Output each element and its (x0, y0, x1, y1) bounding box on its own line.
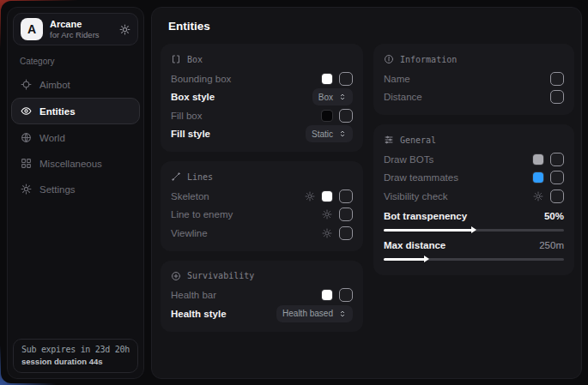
globe-icon (21, 132, 32, 143)
sidebar-item-label: World (39, 133, 65, 143)
sidebar-item-miscellaneous[interactable]: Miscellaneous (11, 151, 140, 176)
setting-label: Fill style (171, 129, 210, 139)
dropdown-value: Static (312, 129, 333, 139)
panel-header: Lines (171, 168, 353, 185)
left-column: Box Bounding box Box style Box (161, 44, 363, 332)
sidebar-item-entities[interactable]: Entities (11, 98, 140, 124)
setting-label: Health style (171, 309, 227, 319)
sidebar-item-label: Miscellaneous (39, 159, 102, 169)
setting-row-fill-style: Fill style Static (171, 125, 353, 144)
gear-icon[interactable] (119, 24, 130, 35)
panel-columns: Box Bounding box Box style Box (161, 44, 574, 332)
health-cross-icon (171, 271, 181, 281)
slider-thumb[interactable] (471, 226, 476, 233)
panel-box: Box Bounding box Box style Box (161, 44, 363, 152)
chevron-up-down-icon (338, 310, 347, 318)
panel-title: Survivability (187, 271, 254, 280)
brackets-icon (171, 54, 181, 64)
setting-row-viewline: Viewline (171, 224, 353, 243)
setting-row-visibility-check: Visibility check (384, 187, 564, 206)
slider-fill (384, 229, 474, 232)
color-swatch[interactable] (322, 111, 332, 121)
setting-label: Max distance (384, 240, 446, 250)
crosshair-icon (21, 79, 32, 90)
app-header-card: A Arcane for Arc Riders (13, 13, 138, 45)
checkbox[interactable] (550, 90, 564, 104)
checkbox[interactable] (550, 153, 564, 166)
checkbox[interactable] (339, 226, 353, 240)
setting-label: Distance (384, 92, 422, 102)
session-duration-text: session duration 44s (21, 357, 130, 366)
category-label: Category (20, 57, 131, 66)
slider-value: 50% (544, 211, 564, 221)
setting-row-skeleton: Skeleton (171, 187, 353, 206)
entities-eye-icon (21, 105, 32, 117)
setting-row-fill-box: Fill box (171, 106, 353, 125)
dropdown-value: Health based (282, 309, 333, 318)
dropdown-value: Box (318, 93, 333, 102)
sub-expiry-text: Sub expires in 23d 20h (21, 345, 130, 354)
setting-label: Fill box (171, 111, 202, 121)
fill-style-dropdown[interactable]: Static (306, 125, 353, 142)
checkbox[interactable] (339, 109, 353, 123)
gear-icon[interactable] (305, 191, 315, 202)
setting-row-line-to-enemy: Line to enemy (171, 206, 353, 225)
checkbox[interactable] (339, 208, 353, 221)
sidebar: A Arcane for Arc Riders Category Aimbot (7, 7, 144, 379)
checkbox[interactable] (339, 288, 353, 302)
panel-header: Box (171, 51, 353, 68)
color-swatch[interactable] (533, 172, 543, 183)
sidebar-item-world[interactable]: World (11, 125, 140, 150)
checkbox[interactable] (339, 72, 353, 86)
panel-lines: Lines Skeleton Line to enemy (161, 161, 363, 251)
checkbox[interactable] (550, 171, 564, 184)
slider-track[interactable] (384, 229, 564, 232)
gear-icon[interactable] (533, 191, 543, 202)
setting-label: Bot transpenency (384, 211, 467, 221)
setting-row-draw-bots: Draw BOTs (384, 150, 564, 169)
setting-row-health-style: Health style Health based (171, 304, 353, 323)
sidebar-item-label: Aimbot (39, 80, 70, 90)
line-icon (171, 171, 181, 182)
health-style-dropdown[interactable]: Health based (276, 305, 353, 322)
sliders-icon (384, 135, 394, 145)
sidebar-nav: Aimbot Entities World Miscellaneous (11, 72, 140, 202)
slider-fill (384, 258, 427, 261)
slider-head: Bot transpenency 50% (384, 208, 564, 225)
setting-row-distance: Distance (384, 88, 564, 107)
checkbox[interactable] (339, 189, 353, 203)
color-swatch[interactable] (533, 154, 543, 165)
gear-icon (21, 183, 32, 195)
gear-icon[interactable] (322, 209, 332, 220)
slider-bot-transpenency: Bot transpenency 50% (384, 208, 564, 232)
setting-row-box-style: Box style Box (171, 88, 353, 107)
setting-label: Visibility check (384, 191, 448, 202)
slider-track[interactable] (384, 258, 564, 261)
app-name: Arcane (50, 19, 100, 30)
panel-title: Information (400, 55, 457, 64)
color-swatch[interactable] (322, 74, 332, 84)
sidebar-item-aimbot[interactable]: Aimbot (11, 72, 140, 97)
sidebar-item-settings[interactable]: Settings (11, 177, 140, 202)
checkbox[interactable] (550, 189, 564, 203)
slider-value: 250m (539, 240, 564, 250)
setting-label: Draw teammates (384, 172, 458, 183)
chevron-up-down-icon (338, 129, 347, 138)
color-swatch[interactable] (322, 290, 332, 300)
panel-survivability: Survivability Health bar Health style He… (161, 261, 363, 332)
panel-title: Box (187, 55, 203, 64)
slider-head: Max distance 250m (384, 238, 564, 254)
setting-label: Skeleton (171, 191, 209, 202)
box-style-dropdown[interactable]: Box (312, 88, 353, 105)
color-swatch[interactable] (322, 191, 332, 202)
setting-row-name: Name (384, 69, 564, 88)
gear-icon[interactable] (322, 228, 332, 238)
grid-icon (21, 158, 32, 169)
setting-label: Line to enemy (171, 209, 233, 220)
slider-max-distance: Max distance 250m (384, 238, 564, 261)
checkbox[interactable] (550, 72, 564, 86)
setting-label: Bounding box (171, 74, 231, 84)
subscription-card: Sub expires in 23d 20h session duration … (13, 339, 138, 373)
setting-row-health-bar: Health bar (171, 286, 353, 305)
slider-thumb[interactable] (424, 256, 429, 262)
